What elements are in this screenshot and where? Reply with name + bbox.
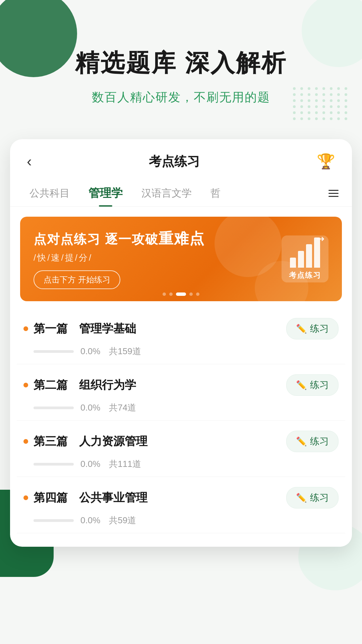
practice-btn-label-3: 练习	[310, 491, 329, 504]
chapter-progress-0: 0.0% 共159道	[23, 345, 339, 357]
chapter-name-1: 第二篇 组织行为学	[34, 377, 136, 393]
chapter-progress-1: 0.0% 共74道	[23, 402, 339, 414]
progress-pct-2: 0.0% 共111道	[80, 458, 141, 470]
pencil-icon-3: ✏️	[296, 493, 307, 503]
tab-public-subject[interactable]: 公共科目	[20, 181, 79, 206]
chapter-item: 第一篇 管理学基础 ✏️ 练习 0.0% 共159道	[17, 308, 345, 364]
practice-btn-label-0: 练习	[310, 322, 329, 335]
chapter-dot-2	[23, 439, 28, 444]
card-header: ‹ 考点练习 🏆	[10, 139, 352, 177]
banner-dots	[163, 292, 199, 296]
pencil-icon-2: ✏️	[296, 436, 307, 447]
chapter-dot-1	[23, 383, 28, 387]
progress-pct-0: 0.0% 共159道	[80, 345, 141, 357]
chapter-row-3: 第四篇 公共事业管理 ✏️ 练习	[23, 487, 339, 508]
practice-btn-label-1: 练习	[310, 379, 329, 391]
chapter-left-1: 第二篇 组织行为学	[23, 377, 136, 393]
practice-button-2[interactable]: ✏️ 练习	[286, 431, 339, 452]
chapter-item: 第四篇 公共事业管理 ✏️ 练习 0.0% 共59道	[17, 477, 345, 533]
header-section: 精选题库 深入解析 数百人精心研发，不刷无用的题	[0, 0, 362, 126]
practice-button-3[interactable]: ✏️ 练习	[286, 487, 339, 508]
banner-start-button[interactable]: 点击下方 开始练习	[34, 270, 120, 289]
progress-bar-bg-0	[34, 350, 74, 353]
practice-btn-label-2: 练习	[310, 435, 329, 448]
chapter-left-0: 第一篇 管理学基础	[23, 321, 136, 336]
main-title: 精选题库 深入解析	[27, 47, 335, 79]
main-card: ‹ 考点练习 🏆 公共科目 管理学 汉语言文学 哲 点对点练习 逐一攻破重难点 …	[10, 139, 352, 547]
chapter-name-2: 第三篇 人力资源管理	[34, 434, 147, 449]
chapter-progress-2: 0.0% 共111道	[23, 458, 339, 470]
sub-title: 数百人精心研发，不刷无用的题	[27, 89, 335, 106]
chapter-left-3: 第四篇 公共事业管理	[23, 490, 147, 505]
pencil-icon-1: ✏️	[296, 380, 307, 390]
banner-dot-1	[163, 292, 166, 296]
trophy-icon[interactable]: 🏆	[317, 153, 335, 170]
chapter-dot-3	[23, 495, 28, 500]
practice-banner[interactable]: 点对点练习 逐一攻破重难点 /快/速/提/分/ 点击下方 开始练习 ↗ 考点练习	[20, 217, 342, 301]
progress-pct-3: 0.0% 共59道	[80, 515, 136, 526]
tab-philosophy[interactable]: 哲	[201, 181, 230, 206]
chapter-item: 第二篇 组织行为学 ✏️ 练习 0.0% 共74道	[17, 364, 345, 421]
tab-chinese-literature[interactable]: 汉语言文学	[132, 181, 201, 206]
progress-bar-bg-3	[34, 519, 74, 522]
pencil-icon-0: ✏️	[296, 324, 307, 334]
chart-bar-1	[290, 258, 296, 268]
progress-bar-bg-1	[34, 407, 74, 409]
chapter-item: 第三篇 人力资源管理 ✏️ 练习 0.0% 共111道	[17, 421, 345, 477]
chart-bar-2	[298, 251, 304, 268]
chapter-name-3: 第四篇 公共事业管理	[34, 490, 147, 505]
chapter-left-2: 第三篇 人力资源管理	[23, 434, 147, 449]
chapter-progress-3: 0.0% 共59道	[23, 515, 339, 526]
practice-button-0[interactable]: ✏️ 练习	[286, 318, 339, 339]
progress-pct-1: 0.0% 共74道	[80, 402, 136, 414]
banner-dot-2	[169, 292, 173, 296]
chapter-list: 第一篇 管理学基础 ✏️ 练习 0.0% 共159道 第二篇 组织行为学 ✏️ …	[10, 308, 352, 533]
chapter-row-0: 第一篇 管理学基础 ✏️ 练习	[23, 318, 339, 339]
banner-dot-3	[176, 292, 186, 296]
chapter-dot-0	[23, 326, 28, 331]
banner-dot-5	[196, 292, 199, 296]
chart-bar-3	[306, 244, 312, 268]
progress-bar-bg-2	[34, 463, 74, 466]
card-title: 考点练习	[149, 153, 200, 170]
back-button[interactable]: ‹	[27, 154, 32, 169]
banner-dot-4	[189, 292, 193, 296]
tab-management[interactable]: 管理学	[79, 180, 132, 206]
chapter-name-0: 第一篇 管理学基础	[34, 321, 136, 336]
tab-menu-button[interactable]	[325, 186, 342, 200]
tabs-row: 公共科目 管理学 汉语言文学 哲	[10, 177, 352, 207]
chapter-row-1: 第二篇 组织行为学 ✏️ 练习	[23, 374, 339, 396]
chapter-row-2: 第三篇 人力资源管理 ✏️ 练习	[23, 431, 339, 452]
practice-button-1[interactable]: ✏️ 练习	[286, 374, 339, 396]
